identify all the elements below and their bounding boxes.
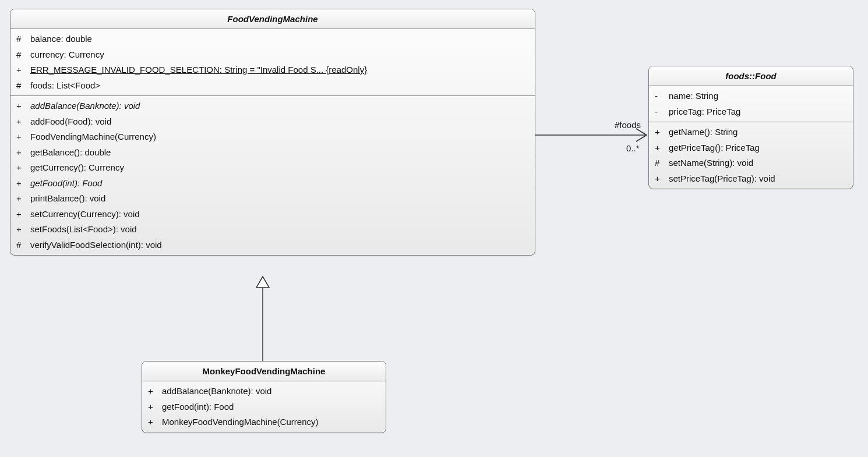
member-row: +MonkeyFoodVendingMachine(Currency): [142, 415, 386, 430]
member-row: +setCurrency(Currency): void: [10, 207, 535, 222]
member-text: getBalance(): double: [30, 146, 529, 160]
member-text: MonkeyFoodVendingMachine(Currency): [162, 416, 380, 429]
visibility: +: [148, 401, 162, 414]
member-text: foods: List<Food>: [30, 79, 529, 93]
member-row: +getFood(int): Food: [142, 399, 386, 415]
member-row: -priceTag: PriceTag: [649, 104, 853, 120]
member-text: currency: Currency: [30, 48, 529, 62]
association-role-foods: #foods: [615, 120, 641, 130]
visibility: -: [655, 90, 669, 103]
visibility: +: [16, 130, 30, 144]
member-row: +getBalance(): double: [10, 145, 535, 161]
member-row: #currency: Currency: [10, 47, 535, 63]
visibility: -: [655, 105, 669, 119]
member-row: #foods: List<Food>: [10, 78, 535, 94]
member-text: getPriceTag(): PriceTag: [669, 141, 847, 155]
member-row: #verifyValidFoodSelection(int): void: [10, 238, 535, 253]
visibility: #: [16, 48, 30, 62]
visibility: #: [16, 239, 30, 252]
member-text: balance: double: [30, 33, 529, 46]
member-row: +addFood(Food): void: [10, 114, 535, 130]
visibility: #: [16, 33, 30, 46]
member-text: addBalance(Banknote): void: [30, 100, 529, 113]
member-text: name: String: [669, 90, 847, 103]
operations-section: +addBalance(Banknote): void+addFood(Food…: [10, 96, 535, 255]
visibility: +: [148, 416, 162, 429]
member-row: +printBalance(): void: [10, 191, 535, 207]
visibility: +: [16, 100, 30, 113]
member-row: #balance: double: [10, 31, 535, 47]
member-text: getFood(int): Food: [30, 177, 529, 190]
member-text: setCurrency(Currency): void: [30, 208, 529, 221]
member-text: printBalance(): void: [30, 192, 529, 206]
member-row: +FoodVendingMachine(Currency): [10, 129, 535, 145]
attributes-section: -name: String-priceTag: PriceTag: [649, 86, 853, 122]
visibility: +: [16, 223, 30, 236]
member-text: verifyValidFoodSelection(int): void: [30, 239, 529, 252]
operations-section: +getName(): String+getPriceTag(): PriceT…: [649, 122, 853, 189]
member-text: ERR_MESSAGE_INVALID_FOOD_SELECTION: Stri…: [30, 63, 529, 77]
member-text: priceTag: PriceTag: [669, 105, 847, 119]
member-text: getFood(int): Food: [162, 401, 380, 414]
member-text: setFoods(List<Food>): void: [30, 223, 529, 236]
class-title: MonkeyFoodVendingMachine: [142, 362, 386, 381]
association-arrowhead: [636, 135, 647, 141]
class-title: FoodVendingMachine: [10, 9, 535, 29]
class-food: foods::Food -name: String-priceTag: Pric…: [648, 66, 853, 189]
member-text: addBalance(Banknote): void: [162, 385, 380, 398]
generalization-arrowhead: [256, 277, 269, 288]
member-row: +getCurrency(): Currency: [10, 160, 535, 176]
visibility: +: [16, 177, 30, 190]
class-monkey-food-vending-machine: MonkeyFoodVendingMachine +addBalance(Ban…: [142, 361, 386, 433]
member-row: +ERR_MESSAGE_INVALID_FOOD_SELECTION: Str…: [10, 62, 535, 78]
member-row: +addBalance(Banknote): void: [10, 98, 535, 114]
visibility: +: [16, 208, 30, 221]
member-row: +setFoods(List<Food>): void: [10, 222, 535, 238]
attributes-section: #balance: double#currency: Currency+ERR_…: [10, 29, 535, 96]
class-food-vending-machine: FoodVendingMachine #balance: double#curr…: [10, 9, 535, 256]
visibility: +: [655, 141, 669, 155]
visibility: +: [16, 115, 30, 129]
visibility: +: [16, 192, 30, 206]
member-row: +getPriceTag(): PriceTag: [649, 140, 853, 156]
member-text: setPriceTag(PriceTag): void: [669, 172, 847, 186]
member-row: -name: String: [649, 88, 853, 104]
visibility: +: [148, 385, 162, 398]
member-row: #setName(String): void: [649, 155, 853, 171]
member-text: setName(String): void: [669, 157, 847, 170]
member-text: FoodVendingMachine(Currency): [30, 130, 529, 144]
association-multiplicity: 0..*: [626, 143, 640, 153]
member-text: getName(): String: [669, 126, 847, 139]
member-text: getCurrency(): Currency: [30, 161, 529, 175]
member-row: +setPriceTag(PriceTag): void: [649, 171, 853, 187]
member-row: +addBalance(Banknote): void: [142, 384, 386, 399]
visibility: +: [655, 172, 669, 186]
visibility: +: [16, 63, 30, 77]
class-title: foods::Food: [649, 66, 853, 86]
member-row: +getFood(int): Food: [10, 176, 535, 192]
visibility: +: [655, 126, 669, 139]
member-text: addFood(Food): void: [30, 115, 529, 129]
visibility: #: [16, 79, 30, 93]
visibility: +: [16, 161, 30, 175]
visibility: #: [655, 157, 669, 170]
member-row: +getName(): String: [649, 125, 853, 140]
operations-section: +addBalance(Banknote): void+getFood(int)…: [142, 381, 386, 433]
visibility: +: [16, 146, 30, 160]
